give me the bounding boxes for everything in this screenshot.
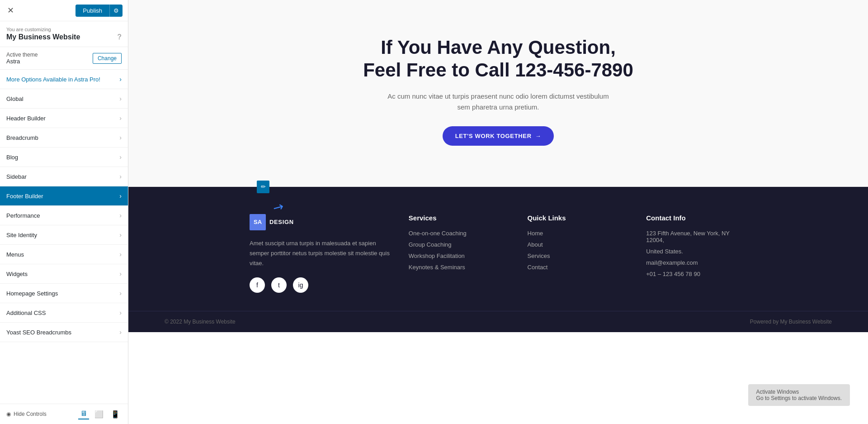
menu-item-performance[interactable]: Performance› — [0, 206, 128, 225]
footer-brand-col: SA DESIGN Amet suscipit urna turpis in m… — [250, 214, 391, 293]
menu-item-label: Performance — [6, 212, 40, 219]
menu-item-label: Site Identity — [6, 232, 37, 238]
cta-button-arrow: → — [535, 133, 542, 139]
chevron-right-icon: › — [119, 153, 122, 161]
chevron-right-icon: › — [119, 134, 122, 141]
menu-item-label: Additional CSS — [6, 310, 46, 316]
copyright-text: © 2022 My Business Website — [165, 319, 236, 325]
list-item[interactable]: Keynotes & Seminars — [409, 264, 509, 271]
footer-grid: SA DESIGN Amet suscipit urna turpis in m… — [250, 214, 747, 293]
mobile-view-button[interactable]: 📱 — [109, 409, 122, 419]
menu-item-label: Footer Builder — [6, 193, 43, 200]
menu-item-menus[interactable]: Menus› — [0, 245, 128, 264]
desktop-view-button[interactable]: 🖥 — [78, 409, 89, 419]
cta-button-label: LET'S WORK TOGETHER — [455, 133, 532, 139]
help-icon[interactable]: ? — [117, 33, 122, 41]
menu-item-site-identity[interactable]: Site Identity› — [0, 225, 128, 245]
footer-contact-col: Contact Info 123 Fifth Avenue, New York,… — [646, 214, 747, 293]
eye-icon: ◉ — [6, 411, 11, 417]
cta-heading: If You Have Any Question, Feel Free to C… — [146, 36, 850, 82]
contact-phone: +01 – 123 456 78 90 — [646, 271, 747, 277]
menu-item-widgets[interactable]: Widgets› — [0, 264, 128, 284]
chevron-right-icon: › — [119, 270, 122, 277]
menu-item-blog[interactable]: Blog› — [0, 148, 128, 167]
menu-item-additional-css[interactable]: Additional CSS› — [0, 303, 128, 323]
chevron-right-icon: › — [119, 251, 122, 258]
footer-edit-icon[interactable]: ✏ — [257, 181, 269, 193]
quicklinks-links: HomeAboutServicesContact — [528, 230, 628, 271]
menu-item-more-options[interactable]: More Options Available in Astra Pro!› — [0, 70, 128, 89]
chevron-right-icon: › — [119, 95, 122, 102]
menu-item-label: Breadcrumb — [6, 134, 38, 141]
menu-list: More Options Available in Astra Pro!›Glo… — [0, 70, 128, 342]
cta-button[interactable]: LET'S WORK TOGETHER → — [443, 126, 554, 146]
list-item[interactable]: About — [528, 241, 628, 248]
list-item[interactable]: Home — [528, 230, 628, 237]
menu-item-footer-builder[interactable]: Footer Builder› — [0, 186, 128, 206]
menu-item-label: Blog — [6, 154, 18, 161]
footer-quicklinks-col: Quick Links HomeAboutServicesContact — [528, 214, 628, 293]
footer-section: ✏ ↙ SA DESIGN Amet suscipit urna turpis … — [128, 187, 868, 311]
menu-item-homepage-settings[interactable]: Homepage Settings› — [0, 284, 128, 303]
chevron-right-icon: › — [119, 231, 122, 238]
menu-item-label: Menus — [6, 251, 24, 258]
quicklinks-col-title: Quick Links — [528, 214, 628, 222]
list-item[interactable]: Contact — [528, 264, 628, 271]
change-theme-button[interactable]: Change — [93, 53, 122, 64]
footer-description: Amet suscipit urna turpis in malesuada e… — [250, 238, 391, 268]
bottom-bar: ◉ Hide Controls 🖥 ⬜ 📱 — [0, 404, 128, 424]
menu-item-label: Yoast SEO Breadcrumbs — [6, 329, 71, 336]
menu-item-label: Homepage Settings — [6, 290, 58, 297]
footer-services-col: Services One-on-one CoachingGroup Coachi… — [409, 214, 509, 293]
instagram-icon[interactable]: ig — [293, 277, 308, 293]
close-button[interactable]: ✕ — [5, 4, 16, 17]
list-item[interactable]: Services — [528, 252, 628, 259]
tablet-view-button[interactable]: ⬜ — [93, 409, 105, 419]
contact-email[interactable]: mail@example.com — [646, 259, 747, 266]
list-item[interactable]: Workshop Facilitation — [409, 252, 509, 259]
chevron-right-icon: › — [119, 173, 122, 180]
powered-by-text: Powered by My Business Website — [750, 319, 832, 325]
contact-address: 123 Fifth Avenue, New York, NY 12004, — [646, 230, 747, 243]
chevron-right-icon: › — [119, 76, 122, 83]
logo-box: SA — [250, 214, 266, 230]
preview-frame: If You Have Any Question, Feel Free to C… — [128, 0, 868, 424]
menu-item-label: Widgets — [6, 271, 28, 277]
menu-item-global[interactable]: Global› — [0, 89, 128, 109]
chevron-right-icon: › — [119, 290, 122, 297]
services-links: One-on-one CoachingGroup CoachingWorksho… — [409, 230, 509, 271]
menu-item-sidebar[interactable]: Sidebar› — [0, 167, 128, 186]
cta-subtext: Ac cum nunc vitae ut turpis praesent nun… — [381, 91, 616, 113]
hide-controls-button[interactable]: ◉ Hide Controls — [6, 411, 47, 417]
chevron-right-icon: › — [119, 114, 122, 122]
menu-item-header-builder[interactable]: Header Builder› — [0, 109, 128, 128]
cta-heading-line2: Feel Free to Call 123-456-7890 — [363, 59, 633, 81]
menu-item-label: Sidebar — [6, 173, 27, 180]
contact-city: United States. — [646, 248, 747, 255]
menu-item-yoast-seo[interactable]: Yoast SEO Breadcrumbs› — [0, 323, 128, 342]
menu-item-breadcrumb[interactable]: Breadcrumb› — [0, 128, 128, 148]
publish-button[interactable]: Publish — [75, 5, 109, 17]
twitter-icon[interactable]: t — [271, 277, 287, 293]
theme-name: Astra — [6, 58, 38, 65]
customizing-label: You are customizing — [6, 27, 122, 32]
services-col-title: Services — [409, 214, 509, 222]
theme-label: Active theme — [6, 52, 38, 58]
chevron-right-icon: › — [119, 329, 122, 336]
facebook-icon[interactable]: f — [250, 277, 265, 293]
hide-controls-label: Hide Controls — [14, 411, 47, 417]
customizer-panel: ✕ Publish ⚙ You are customizing My Busin… — [0, 0, 128, 424]
cta-heading-line1: If You Have Any Question, — [381, 37, 616, 58]
menu-item-label: Global — [6, 95, 24, 102]
list-item[interactable]: Group Coaching — [409, 241, 509, 248]
preview-area: If You Have Any Question, Feel Free to C… — [128, 0, 868, 424]
customizing-section: You are customizing My Business Website … — [0, 21, 128, 47]
chevron-right-icon: › — [119, 212, 122, 219]
customizing-title: My Business Website ? — [6, 33, 122, 41]
chevron-right-icon: › — [119, 192, 122, 200]
gear-button[interactable]: ⚙ — [109, 5, 123, 17]
list-item[interactable]: One-on-one Coaching — [409, 230, 509, 237]
cta-section: If You Have Any Question, Feel Free to C… — [128, 0, 868, 187]
chevron-right-icon: › — [119, 309, 122, 316]
footer-bottom: © 2022 My Business Website Powered by My… — [128, 311, 868, 332]
